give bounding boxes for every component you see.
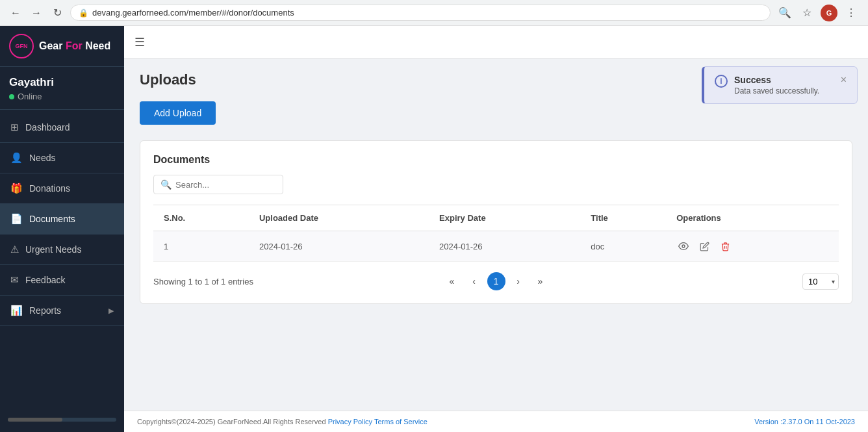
documents-icon: 📄 — [10, 213, 23, 225]
page-1-button[interactable]: 1 — [487, 272, 505, 290]
cell-sno: 1 — [153, 231, 249, 262]
col-title: Title — [580, 205, 666, 231]
prev-page-button[interactable]: ‹ — [465, 272, 483, 290]
sidebar-item-label: Donations — [29, 183, 70, 194]
main-content: ☰ i Success Data saved successfully. × U… — [124, 26, 868, 432]
urgent-needs-icon: ⚠ — [10, 244, 19, 255]
operations-icons — [676, 239, 828, 253]
sidebar-nav: ⊞ Dashboard 👤 Needs 🎁 Donations 📄 Docume… — [0, 110, 124, 407]
needs-icon: 👤 — [10, 152, 23, 164]
donations-icon: 🎁 — [10, 183, 23, 194]
table-header: S.No. Uploaded Date Expiry Date Title Op… — [153, 205, 839, 231]
table-row: 1 2024-01-26 2024-01-26 doc — [153, 231, 839, 262]
browser-chrome: ← → ↻ 🔒 devang.gearforneed.com/member/#/… — [0, 0, 868, 26]
scrollbar-track — [8, 418, 116, 422]
add-upload-button[interactable]: Add Upload — [140, 101, 216, 125]
reports-icon: 📊 — [10, 305, 23, 316]
avatar: G — [821, 5, 837, 21]
sidebar-item-feedback[interactable]: ✉ Feedback — [0, 265, 124, 296]
sidebar-item-needs[interactable]: 👤 Needs — [0, 143, 124, 173]
sidebar-item-label: Urgent Needs — [25, 244, 81, 255]
col-operations: Operations — [666, 205, 839, 231]
reload-button[interactable]: ↻ — [49, 5, 65, 21]
table-body: 1 2024-01-26 2024-01-26 doc — [153, 231, 839, 262]
svg-point-0 — [682, 245, 685, 248]
terms-link[interactable]: Terms of Service — [374, 418, 428, 426]
feedback-icon: ✉ — [10, 274, 19, 286]
sidebar-item-urgent-needs[interactable]: ⚠ Urgent Needs — [0, 235, 124, 265]
logo-for: For — [62, 40, 85, 51]
profile-button[interactable]: G — [820, 4, 838, 22]
address-bar[interactable]: 🔒 devang.gearforneed.com/member/#/donor/… — [70, 5, 771, 21]
sidebar: GFN Gear For Need Gayathri Online ⊞ Dash… — [0, 26, 124, 432]
documents-table: S.No. Uploaded Date Expiry Date Title Op… — [153, 205, 839, 262]
documents-section-title: Documents — [153, 154, 839, 166]
page-area: i Success Data saved successfully. × Upl… — [124, 58, 868, 411]
col-expiry-date: Expiry Date — [429, 205, 580, 231]
search-box: 🔍 — [153, 175, 283, 194]
status-text: Online — [18, 92, 42, 101]
top-bar: ☰ — [124, 26, 868, 58]
edit-icon[interactable] — [697, 239, 711, 253]
online-status: Online — [9, 92, 115, 101]
footer: Copyrights©(2024-2025) GearForNeed.All R… — [124, 411, 868, 432]
search-input[interactable] — [175, 180, 276, 190]
logo-gear: Gear — [39, 40, 62, 51]
privacy-policy-link[interactable]: Privacy Policy — [328, 418, 372, 426]
notification-title: Success — [734, 75, 834, 85]
reports-expand-icon: ▶ — [108, 307, 114, 315]
online-dot — [9, 94, 14, 99]
browser-actions: 🔍 ☆ G ⋮ — [776, 4, 860, 22]
back-button[interactable]: ← — [8, 5, 23, 21]
forward-button[interactable]: → — [29, 5, 44, 21]
sidebar-logo: GFN Gear For Need — [0, 26, 124, 67]
sidebar-item-reports[interactable]: 📊 Reports ▶ — [0, 296, 124, 326]
delete-icon[interactable] — [718, 239, 732, 253]
pagination-row: Showing 1 to 1 of 1 entries « ‹ 1 › » 10… — [153, 272, 839, 290]
last-page-button[interactable]: » — [531, 272, 550, 290]
search-icon: 🔍 — [160, 179, 172, 190]
logo-need: Need — [85, 40, 110, 51]
notification-icon: i — [715, 75, 728, 88]
next-page-button[interactable]: › — [509, 272, 528, 290]
lock-icon: 🔒 — [79, 8, 88, 18]
sidebar-username: Gayathri — [9, 76, 115, 89]
sidebar-user: Gayathri Online — [0, 67, 124, 110]
app-wrapper: GFN Gear For Need Gayathri Online ⊞ Dash… — [0, 26, 868, 432]
sidebar-item-label: Documents — [29, 214, 75, 224]
sidebar-item-documents[interactable]: 📄 Documents — [0, 204, 124, 235]
cell-operations — [666, 231, 839, 262]
per-page-select[interactable]: 10 25 50 100 — [802, 273, 839, 290]
documents-card: Documents 🔍 S.No. Uploaded Date Expiry D… — [140, 140, 852, 304]
notification-close-button[interactable]: × — [841, 75, 847, 85]
url-text: devang.gearforneed.com/member/#/donor/do… — [92, 8, 294, 18]
scrollbar-thumb — [8, 418, 62, 422]
view-icon[interactable] — [676, 239, 691, 253]
dashboard-icon: ⊞ — [10, 121, 19, 133]
notification-body: Success Data saved successfully. — [734, 75, 834, 95]
logo-text: Gear For Need — [39, 40, 110, 52]
col-sno: S.No. — [153, 205, 249, 231]
sidebar-item-label: Needs — [29, 153, 55, 163]
bookmark-button[interactable]: ☆ — [798, 4, 816, 22]
pagination-info: Showing 1 to 1 of 1 entries — [153, 277, 253, 286]
first-page-button[interactable]: « — [443, 272, 461, 290]
cell-uploaded-date: 2024-01-26 — [249, 231, 429, 262]
sidebar-item-donations[interactable]: 🎁 Donations — [0, 173, 124, 204]
footer-version: Version :2.37.0 On 11 Oct-2023 — [754, 418, 855, 426]
sidebar-item-label: Reports — [29, 305, 61, 316]
sidebar-item-dashboard[interactable]: ⊞ Dashboard — [0, 112, 124, 143]
cell-expiry-date: 2024-01-26 — [429, 231, 580, 262]
sidebar-footer — [0, 407, 124, 432]
sidebar-item-label: Dashboard — [25, 122, 70, 133]
success-notification: i Success Data saved successfully. × — [702, 66, 858, 104]
footer-copyright: Copyrights©(2024-2025) GearForNeed.All R… — [137, 418, 428, 426]
cell-title: doc — [580, 231, 666, 262]
per-page-wrapper: 10 25 50 100 ▾ — [802, 273, 839, 290]
menu-button[interactable]: ⋮ — [842, 4, 860, 22]
hamburger-button[interactable]: ☰ — [134, 35, 145, 49]
logo-icon: GFN — [9, 34, 34, 58]
col-uploaded-date: Uploaded Date — [249, 205, 429, 231]
sidebar-item-label: Feedback — [25, 275, 65, 285]
search-browser-button[interactable]: 🔍 — [776, 4, 794, 22]
